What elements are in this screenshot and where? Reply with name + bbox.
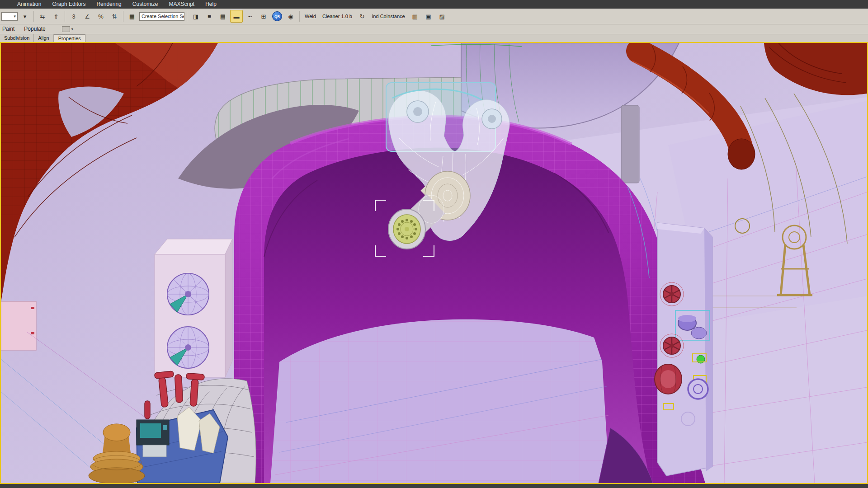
ribbon-flyout-icon bbox=[62, 26, 70, 32]
select-and-manipulate-icon[interactable]: ⇆ bbox=[36, 10, 49, 23]
create-selection-set-value: Create Selection Se bbox=[142, 14, 184, 19]
ribbon-panel-row: Subdivision Align Properties bbox=[0, 34, 868, 42]
create-selection-set-combo[interactable]: Create Selection Se ▾ bbox=[139, 12, 184, 21]
seat-inner-panel[interactable] bbox=[270, 319, 609, 483]
viewport-scene bbox=[1, 43, 867, 483]
refresh-icon[interactable]: ↻ bbox=[356, 10, 368, 23]
main-toolbar: ▾ ▾ ⇆ ⇧ 3 ∠ % ⇅ ▦ Create Selection Se ▾ … bbox=[0, 9, 868, 24]
gray-pillar bbox=[621, 105, 639, 183]
schematic-view-icon[interactable]: ⊞ bbox=[257, 10, 270, 23]
right-control-panel[interactable] bbox=[655, 223, 712, 476]
gauge-dial[interactable] bbox=[167, 327, 209, 368]
spinner-snap-icon[interactable]: ⇅ bbox=[108, 10, 121, 23]
tab-populate[interactable]: Populate bbox=[22, 26, 52, 32]
toolbar-separator bbox=[65, 11, 65, 22]
viewport-3d[interactable] bbox=[0, 42, 868, 484]
ribbon-flyout[interactable]: ▾ bbox=[62, 26, 73, 32]
bind-coinstance-button[interactable]: ind Coinstance bbox=[369, 14, 408, 19]
qr-script-button[interactable]: QR bbox=[272, 11, 282, 21]
rendered-frame-icon[interactable]: ▣ bbox=[422, 10, 435, 23]
cleaner-script-button[interactable]: Cleaner 1.0 b bbox=[320, 14, 355, 19]
layer-manager-icon[interactable]: ▤ bbox=[217, 10, 229, 23]
tab-paint[interactable]: Paint bbox=[0, 26, 22, 32]
render-production-icon[interactable]: ▨ bbox=[436, 10, 448, 23]
toolbar-separator bbox=[33, 11, 34, 22]
red-knob[interactable] bbox=[660, 282, 684, 306]
gauge-dial[interactable] bbox=[167, 273, 209, 315]
snap-toggle-3d-icon[interactable]: 3 bbox=[67, 10, 80, 23]
ribbon-toggle-icon[interactable]: ▬ bbox=[230, 10, 243, 23]
flyout-arrow-button[interactable]: ▾ bbox=[19, 10, 31, 23]
curve-editor-icon[interactable]: ∼ bbox=[244, 10, 256, 23]
menu-maxscript[interactable]: MAXScript bbox=[163, 0, 200, 9]
toolbar-separator bbox=[123, 11, 123, 22]
purple-ring[interactable] bbox=[688, 379, 708, 399]
align-icon[interactable]: ≡ bbox=[203, 10, 216, 23]
instrument-box[interactable] bbox=[155, 239, 232, 377]
menu-rendering[interactable]: Rendering bbox=[91, 0, 127, 9]
material-editor-icon[interactable]: ◉ bbox=[284, 10, 297, 23]
menu-graph-editors[interactable]: Graph Editors bbox=[47, 0, 91, 9]
tab-align[interactable]: Align bbox=[34, 34, 53, 42]
chevron-down-icon: ▾ bbox=[12, 14, 16, 19]
bottom-strip bbox=[0, 484, 868, 488]
toolbar-separator bbox=[299, 11, 300, 22]
weld-script-button[interactable]: Weld bbox=[302, 14, 319, 19]
menu-animation[interactable]: Animation bbox=[12, 0, 47, 9]
selection-filter-dropdown[interactable]: ▾ bbox=[1, 12, 18, 21]
chevron-down-icon: ▾ bbox=[71, 27, 73, 31]
mirror-icon[interactable]: ◨ bbox=[189, 10, 202, 23]
toolbar-separator bbox=[187, 11, 187, 22]
side-pink-panel[interactable] bbox=[1, 301, 36, 350]
ribbon-tab-row: Paint Populate ▾ bbox=[0, 24, 868, 34]
tab-subdivision[interactable]: Subdivision bbox=[0, 34, 34, 42]
tab-properties[interactable]: Properties bbox=[54, 34, 85, 42]
red-knob[interactable] bbox=[660, 334, 684, 357]
menu-customize[interactable]: Customize bbox=[127, 0, 164, 9]
purple-cylinder[interactable] bbox=[691, 327, 707, 339]
menu-bar: Animation Graph Editors Rendering Custom… bbox=[0, 0, 868, 9]
render-setup-icon[interactable]: ▥ bbox=[409, 10, 421, 23]
percent-snap-icon[interactable]: % bbox=[94, 10, 107, 23]
application-window: Animation Graph Editors Rendering Custom… bbox=[0, 0, 868, 488]
edit-named-selections-icon[interactable]: ▦ bbox=[126, 10, 138, 23]
menu-help[interactable]: Help bbox=[200, 0, 222, 9]
keyboard-override-icon[interactable]: ⇧ bbox=[50, 10, 62, 23]
angle-snap-icon[interactable]: ∠ bbox=[81, 10, 94, 23]
